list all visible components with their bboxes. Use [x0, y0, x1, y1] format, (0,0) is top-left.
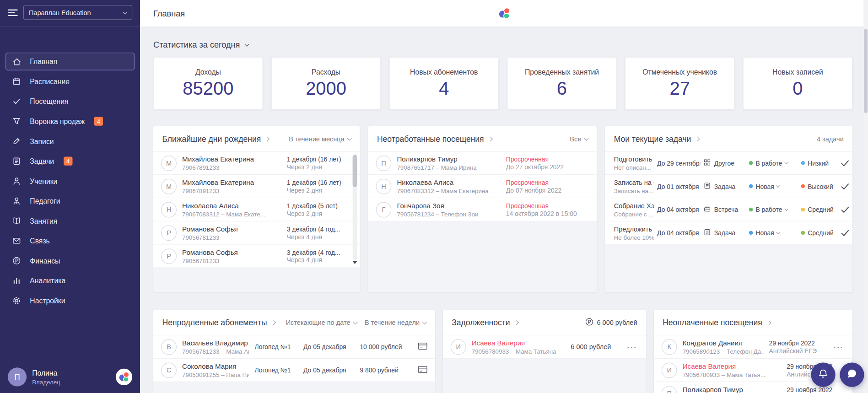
- birthday-row[interactable]: Р Романова Софья79056781233 3 декабря (4…: [153, 245, 360, 268]
- sidebar-item-students[interactable]: Ученики: [5, 172, 135, 190]
- task-complete-button[interactable]: [841, 183, 849, 190]
- task-type-task-icon: [704, 229, 711, 237]
- unpaid-visits-title-link[interactable]: Неоплаченные посещения: [663, 318, 771, 327]
- main-scrollbar[interactable]: [863, 0, 868, 393]
- birthday-row[interactable]: М Михайлова Екатерина79067891233 1 декаб…: [153, 175, 360, 198]
- client-phone: 79087651717 – Мама Ирина: [397, 164, 500, 171]
- priority-label: Низкий: [808, 160, 829, 167]
- tasks-count: 4 задачи: [817, 135, 844, 143]
- sidebar-item-tasks[interactable]: Задачи 4: [5, 152, 135, 170]
- task-status-dropdown[interactable]: Новая: [749, 229, 798, 236]
- sidebar-item-schedule[interactable]: Расписание: [5, 72, 135, 90]
- unworked-visits-panel: Неотработанные посещения Все П Полика: [368, 126, 597, 292]
- task-row[interactable]: Записать на бЗаписать на... До 01 октябр…: [605, 175, 852, 198]
- sidebar-item-finance[interactable]: Финансы: [5, 252, 135, 269]
- row-menu-button[interactable]: [833, 342, 845, 351]
- panel-title: Неотработанные посещения: [377, 134, 484, 143]
- chevron-down-icon: [353, 319, 357, 324]
- birthday-relative: Через 4 дня: [287, 257, 352, 264]
- sidebar-item-sales-funnel[interactable]: Воронка продаж 4: [5, 113, 135, 130]
- sidebar-item-label: Воронка продаж: [30, 117, 85, 125]
- task-title: Собрание Хэл: [614, 202, 654, 210]
- task-complete-button[interactable]: [841, 206, 849, 213]
- menu-toggle-icon[interactable]: [8, 9, 18, 16]
- task-complete-button[interactable]: [841, 229, 849, 236]
- sidebar-item-settings[interactable]: Настройки: [5, 292, 135, 310]
- priority-dot: [801, 208, 805, 211]
- school-selector[interactable]: Параплан Education: [23, 5, 132, 20]
- debts-title-link[interactable]: Задолженности: [452, 318, 518, 327]
- sidebar-item-communication[interactable]: Связь: [5, 232, 135, 250]
- subscriptions-period-filter[interactable]: В течение недели: [365, 318, 426, 326]
- unworked-visit-row[interactable]: Н Николаева Алиса79067083312 – Мама Екат…: [368, 175, 597, 198]
- chevron-down-icon: [244, 42, 249, 46]
- birthday-row[interactable]: Р Романова Софья79056781233 3 декабря (4…: [153, 221, 360, 245]
- task-title: Подготовить к: [614, 155, 654, 163]
- task-subtitle: Не более 10%: [614, 234, 654, 241]
- stat-value: 27: [669, 78, 690, 99]
- scroll-down-arrow[interactable]: [353, 261, 357, 267]
- birthday-row[interactable]: Н Николаева Алиса79067083312 – Мама Екат…: [153, 198, 360, 221]
- status-dot: [749, 208, 753, 211]
- task-row[interactable]: Собрание ХэлСобрание с ... До 04 октября…: [605, 198, 852, 221]
- subscription-price: 10 000 рублей: [360, 344, 412, 350]
- subscription-row[interactable]: В Васильев Владимир79056781233 – Мама Ан…: [153, 335, 435, 359]
- sidebar-item-teachers[interactable]: Педагоги: [5, 192, 135, 210]
- task-status-dropdown[interactable]: Новая: [749, 183, 798, 190]
- avatar: М: [161, 155, 177, 171]
- visits-filter[interactable]: Все: [570, 135, 588, 143]
- client-name: Васильев Владимир: [182, 339, 249, 347]
- unworked-visit-row[interactable]: П Поликарпов Тимур79087651717 – Мама Ири…: [368, 151, 597, 175]
- unworked-visits-title-link[interactable]: Неотработанные посещения: [377, 134, 492, 143]
- panels-row-2: Непродленные абонементы Истекающие по да…: [153, 310, 852, 393]
- birthdays-period-filter[interactable]: В течение месяца: [289, 135, 351, 143]
- subscriptions-sort-filter[interactable]: Истекающие по дате: [286, 318, 357, 326]
- birthday-row[interactable]: М Михайлова Екатерина79067891233 1 декаб…: [153, 151, 360, 175]
- unpaid-visit-row[interactable]: К Кондратов Даниил79065890123 – Телефон …: [654, 335, 852, 359]
- sidebar-item-lessons[interactable]: Занятия: [5, 212, 135, 230]
- sidebar-item-attendance[interactable]: Посещения: [5, 92, 135, 110]
- chevron-down-icon: [584, 136, 588, 140]
- birthdays-title-link[interactable]: Ближайшие дни рождения: [162, 134, 269, 143]
- client-name: Михайлова Екатерина: [182, 155, 281, 163]
- subscriptions-title-link[interactable]: Непродленные абонементы: [162, 318, 275, 327]
- debt-row[interactable]: И Исаева Валерия79056780933 – Мама Татья…: [443, 335, 646, 359]
- subscription-row[interactable]: С Соколова Мария79053091255 – Папа Ни...…: [153, 359, 435, 382]
- bell-icon: [818, 368, 829, 382]
- sidebar-item-home[interactable]: Главная: [5, 53, 135, 70]
- subscription-price: 9 800 рублей: [360, 367, 412, 374]
- client-name: Романова Софья: [182, 248, 281, 256]
- chevron-down-icon: [347, 136, 351, 140]
- chevron-down-icon: [123, 10, 127, 14]
- user-avatar[interactable]: П: [8, 367, 27, 386]
- task-due-date: До 29 сентября: [657, 160, 700, 167]
- task-row[interactable]: Предложить сНе более 10% До 04 октября З…: [605, 221, 852, 245]
- stat-card-lessons-held: Проведенных занятий 6: [507, 57, 617, 110]
- stats-period-selector[interactable]: Статистика за сегодня: [153, 40, 248, 49]
- birthdays-scrollbar[interactable]: [353, 154, 357, 260]
- status-label: В работе: [755, 206, 782, 213]
- row-menu-button[interactable]: [626, 342, 638, 351]
- tasks-badge: 4: [64, 156, 72, 165]
- gear-icon: [11, 296, 22, 306]
- scrollbar-thumb[interactable]: [864, 29, 868, 113]
- payment-card-icon[interactable]: [418, 365, 427, 375]
- pencil-icon: [11, 136, 22, 146]
- tasks-title-link[interactable]: Мои текущие задачи: [614, 134, 700, 143]
- task-complete-button[interactable]: [841, 160, 849, 167]
- sidebar-item-records[interactable]: Записи: [5, 132, 135, 150]
- status-dot: [749, 184, 753, 188]
- task-status-dropdown[interactable]: В работе: [749, 206, 798, 213]
- task-row[interactable]: Подготовить кНет описан... До 29 сентябр…: [605, 151, 852, 175]
- avatar: П: [376, 155, 391, 171]
- notifications-button[interactable]: [811, 362, 835, 387]
- scrollbar-thumb[interactable]: [353, 155, 357, 187]
- support-chat-button[interactable]: [840, 362, 864, 387]
- client-phone: 79067891233: [182, 164, 281, 171]
- sidebar-item-analytics[interactable]: Аналитика: [5, 272, 135, 290]
- chevron-down-icon: [784, 207, 788, 211]
- task-status-dropdown[interactable]: В работе: [749, 160, 798, 167]
- payment-card-icon[interactable]: [418, 342, 427, 352]
- stat-value: 2000: [306, 78, 346, 99]
- unworked-visit-row[interactable]: Г Гончарова Зоя79056781234 – Телефон Зои…: [368, 198, 597, 221]
